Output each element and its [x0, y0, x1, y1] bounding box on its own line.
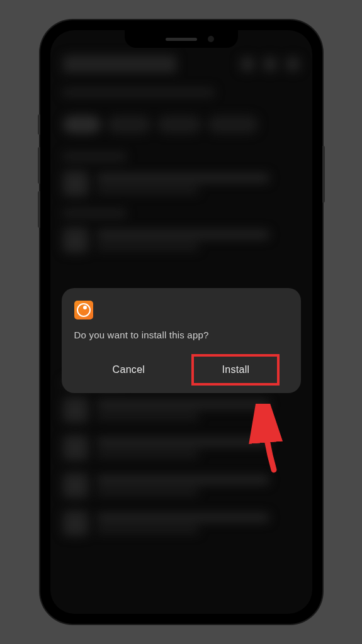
- phone-right-buttons: [322, 146, 325, 203]
- phone-screen: Do you want to install this app? Cancel …: [50, 30, 312, 614]
- install-confirmation-dialog: Do you want to install this app? Cancel …: [62, 288, 301, 393]
- phone-left-buttons: [38, 114, 40, 235]
- phone-notch: [125, 30, 238, 48]
- app-icon: [74, 301, 93, 319]
- install-button[interactable]: Install: [203, 358, 268, 382]
- cancel-button[interactable]: Cancel: [94, 358, 164, 382]
- dialog-message-text: Do you want to install this app?: [74, 330, 288, 340]
- dialog-button-row: Cancel Install: [74, 358, 288, 382]
- phone-device-frame: Do you want to install this app? Cancel …: [40, 20, 322, 624]
